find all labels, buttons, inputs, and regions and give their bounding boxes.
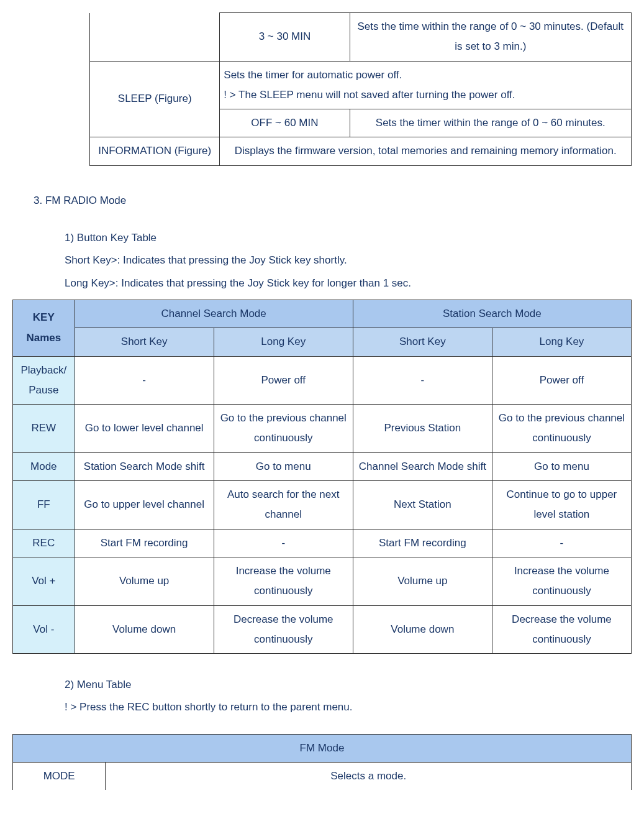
- longkey-header: Long Key: [214, 328, 353, 356]
- param-cell: OFF ~ 60 MIN: [220, 109, 350, 137]
- key-name-cell: Vol +: [13, 557, 75, 605]
- warn-text: ! > The SLEEP menu will not saved after …: [224, 89, 515, 101]
- key-name-cell: FF: [13, 481, 75, 530]
- empty-cell: [12, 13, 90, 166]
- table-subheader-row: Short Key Long Key Short Key Long Key: [13, 328, 632, 356]
- action-cell: -: [75, 356, 214, 405]
- label-cell: SLEEP (Figure): [90, 61, 220, 137]
- key-name-cell: REW: [13, 405, 75, 453]
- key-names-header: KEY Names: [13, 300, 75, 356]
- empty-cell: [90, 13, 220, 62]
- note-text: Sets the timer for automatic power off.: [224, 69, 402, 81]
- channel-search-header: Channel Search Mode: [75, 300, 353, 328]
- table-row: INFORMATION (Figure) Displays the firmwa…: [12, 137, 632, 165]
- body-text: ! > Press the REC button shortly to retu…: [65, 697, 632, 717]
- action-cell: Increase the volume continuously: [492, 557, 631, 605]
- button-key-table: KEY Names Channel Search Mode Station Se…: [12, 300, 632, 654]
- action-cell: Go to the previous channel continuously: [214, 405, 353, 453]
- table-row: REW Go to lower level channel Go to the …: [13, 405, 632, 453]
- table-row: FF Go to upper level channel Auto search…: [13, 481, 632, 530]
- param-cell: 3 ~ 30 MIN: [220, 13, 350, 62]
- table-row: 3 ~ 30 MIN Sets the time within the rang…: [12, 13, 632, 62]
- action-cell: Continue to go to upper level station: [492, 481, 631, 530]
- action-cell: Auto search for the next channel: [214, 481, 353, 530]
- action-cell: Volume up: [75, 557, 214, 605]
- mode-cell: MODE: [13, 763, 106, 791]
- key-name-cell: REC: [13, 529, 75, 557]
- table-row: Mode Station Search Mode shift Go to men…: [13, 452, 632, 480]
- action-cell: Decrease the volume continuously: [492, 605, 631, 654]
- table-row: Vol - Volume down Decrease the volume co…: [13, 605, 632, 654]
- shortkey-header: Short Key: [75, 328, 214, 356]
- table-header-row: FM Mode: [13, 734, 632, 762]
- section-heading: 3. FM RADIO Mode: [34, 191, 632, 211]
- action-cell: Increase the volume continuously: [214, 557, 353, 605]
- action-cell: Station Search Mode shift: [75, 452, 214, 480]
- body-text: Short Key>: Indicates that pressing the …: [65, 250, 632, 270]
- desc-cell: Displays the firmware version, total mem…: [220, 137, 632, 165]
- table-row: Playback/ Pause - Power off - Power off: [13, 356, 632, 405]
- action-cell: Go to upper level channel: [75, 481, 214, 530]
- fm-mode-header: FM Mode: [13, 734, 632, 762]
- table-row: REC Start FM recording - Start FM record…: [13, 529, 632, 557]
- table-row: MODE Selects a mode.: [13, 763, 632, 791]
- action-cell: Power off: [492, 356, 631, 405]
- settings-table-fragment: 3 ~ 30 MIN Sets the time within the rang…: [12, 12, 632, 166]
- action-cell: -: [214, 529, 353, 557]
- body-text: Long Key>: Indicates that pressing the J…: [65, 273, 632, 293]
- action-cell: Go to the previous channel continuously: [492, 405, 631, 453]
- action-cell: Start FM recording: [75, 529, 214, 557]
- desc-cell: Sets the timer within the range of 0 ~ 6…: [350, 109, 631, 137]
- subsection-heading: 1) Button Key Table: [65, 228, 632, 248]
- action-cell: Power off: [214, 356, 353, 405]
- table-row: SLEEP (Figure) Sets the timer for automa…: [12, 61, 632, 109]
- subsection-heading: 2) Menu Table: [65, 675, 632, 695]
- action-cell: Volume down: [353, 605, 492, 654]
- key-name-cell: Playback/ Pause: [13, 356, 75, 405]
- action-cell: Next Station: [353, 481, 492, 530]
- table-header-row: KEY Names Channel Search Mode Station Se…: [13, 300, 632, 328]
- action-cell: Volume down: [75, 605, 214, 654]
- action-cell: Decrease the volume continuously: [214, 605, 353, 654]
- desc-cell: Selects a mode.: [106, 763, 632, 791]
- action-cell: Go to menu: [492, 452, 631, 480]
- shortkey-header: Short Key: [353, 328, 492, 356]
- action-cell: Go to lower level channel: [75, 405, 214, 453]
- label-cell: INFORMATION (Figure): [90, 137, 220, 165]
- table-row: Vol + Volume up Increase the volume cont…: [13, 557, 632, 605]
- key-name-cell: Vol -: [13, 605, 75, 654]
- action-cell: Start FM recording: [353, 529, 492, 557]
- station-search-header: Station Search Mode: [353, 300, 631, 328]
- action-cell: Previous Station: [353, 405, 492, 453]
- action-cell: -: [492, 529, 631, 557]
- desc-cell: Sets the timer for automatic power off. …: [220, 61, 632, 109]
- action-cell: -: [353, 356, 492, 405]
- action-cell: Channel Search Mode shift: [353, 452, 492, 480]
- key-name-cell: Mode: [13, 452, 75, 480]
- desc-cell: Sets the time within the range of 0 ~ 30…: [350, 13, 631, 62]
- menu-table: FM Mode MODE Selects a mode.: [12, 734, 632, 791]
- longkey-header: Long Key: [492, 328, 631, 356]
- action-cell: Volume up: [353, 557, 492, 605]
- action-cell: Go to menu: [214, 452, 353, 480]
